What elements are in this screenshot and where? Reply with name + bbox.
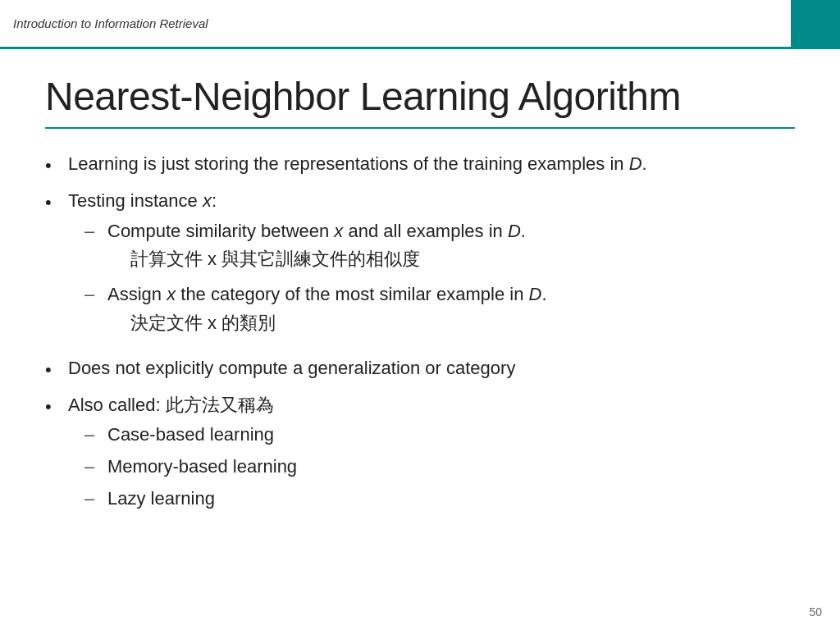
chinese-text: 決定文件 x 的類別: [130, 311, 795, 336]
list-item: – Assign x the category of the most simi…: [84, 282, 795, 340]
list-item: – Lazy learning: [84, 486, 795, 512]
title-underline: [45, 127, 795, 129]
bullet-dot: •: [45, 190, 68, 216]
sub-list: – Compute similarity between x and all e…: [68, 219, 795, 340]
header-title: Introduction to Information Retrieval: [0, 16, 791, 30]
slide-content: Nearest-Neighbor Learning Algorithm • Le…: [0, 49, 840, 630]
sub-dash: –: [84, 486, 107, 512]
list-item: – Compute similarity between x and all e…: [84, 219, 795, 276]
bullet-text: Testing instance x: – Compute similarity…: [68, 189, 795, 346]
chinese-text: 計算文件 x 與其它訓練文件的相似度: [130, 247, 795, 272]
sub-text: Assign x the category of the most simila…: [107, 282, 795, 340]
bullet-list: • Learning is just storing the represent…: [45, 152, 795, 518]
sub-text: Compute similarity between x and all exa…: [107, 219, 795, 276]
header-bar: Introduction to Information Retrieval: [0, 0, 840, 47]
bullet-dot: •: [45, 153, 68, 179]
list-item: • Also called: 此方法又稱為 – Case-based learn…: [45, 393, 795, 518]
bullet-text: Also called: 此方法又稱為 – Case-based learnin…: [68, 393, 795, 518]
header-accent: [791, 0, 840, 47]
bullet-dot: •: [45, 358, 68, 383]
bullet-text: Does not explicitly compute a generaliza…: [68, 356, 795, 381]
sub-dash: –: [84, 454, 107, 480]
sub-list: – Case-based learning – Memory-based lea…: [68, 422, 795, 511]
sub-text: Lazy learning: [107, 486, 795, 512]
list-item: • Learning is just storing the represent…: [45, 152, 795, 179]
sub-dash: –: [84, 282, 107, 308]
list-item: • Testing instance x: – Compute similari…: [45, 189, 795, 346]
sub-dash: –: [84, 422, 107, 448]
bullet-dot: •: [45, 395, 68, 420]
sub-text: Memory-based learning: [107, 454, 795, 480]
sub-dash: –: [84, 219, 107, 244]
list-item: – Memory-based learning: [84, 454, 795, 480]
bullet-text: Learning is just storing the representat…: [68, 152, 795, 177]
list-item: • Does not explicitly compute a generali…: [45, 356, 795, 383]
sub-text: Case-based learning: [107, 422, 795, 448]
slide-title: Nearest-Neighbor Learning Algorithm: [45, 74, 795, 119]
page-number: 50: [809, 605, 822, 619]
list-item: – Case-based learning: [84, 422, 795, 448]
